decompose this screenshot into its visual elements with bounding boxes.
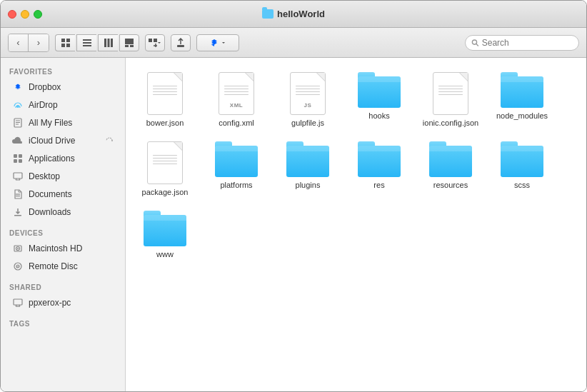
file-label: node_modules [496,111,548,120]
file-label: resources [433,181,468,189]
file-item-bower-json[interactable]: bower.json [133,69,197,131]
file-item-resources[interactable]: resources [418,138,483,200]
applications-label: Applications [29,154,75,164]
view-grid-button[interactable] [55,34,75,51]
all-my-files-icon [12,117,24,129]
file-item-res[interactable]: res [347,138,411,200]
svg-rect-28 [14,173,22,179]
file-label: scss [514,181,530,189]
toolbar: ‹ › [1,28,586,58]
file-label: platforms [220,181,252,189]
icloud-sync-icon [105,136,114,145]
remote-disc-icon [12,261,24,272]
svg-rect-24 [14,154,17,158]
file-item-config-xml[interactable]: XML config.xml [204,69,269,131]
sidebar-item-ppxerox-pc[interactable]: ppxerox-pc [4,294,122,311]
search-box[interactable] [465,35,579,51]
search-icon [471,39,479,47]
devices-section-title: Devices [1,225,125,239]
svg-rect-6 [83,45,91,46]
svg-rect-41 [14,299,22,305]
shared-pc-icon [12,297,24,308]
nav-buttons: ‹ › [8,34,49,52]
doc-icon: XML [219,72,254,115]
dropbox-icon [12,81,24,93]
svg-rect-5 [83,42,91,44]
file-grid: bower.json XML config.xml [133,69,579,262]
file-label: hooks [368,111,389,120]
sidebar-item-downloads[interactable]: Downloads [4,203,122,221]
file-item-gulpfile-js[interactable]: JS gulpfile.js [276,69,340,131]
airdrop-icon [12,99,24,111]
folder-icon [429,141,472,177]
ppxerox-pc-label: ppxerox-pc [29,298,71,308]
sidebar-item-all-my-files[interactable]: All My Files [4,114,122,131]
minimize-button[interactable] [21,10,29,19]
sidebar-item-documents[interactable]: Documents [4,186,122,203]
file-item-node-modules[interactable]: node_modules [490,69,554,131]
svg-point-37 [17,248,19,249]
file-item-platforms[interactable]: platforms [204,138,269,200]
svg-rect-26 [14,159,17,163]
file-item-package-json[interactable]: package.json [133,138,197,200]
forward-button[interactable]: › [29,34,49,51]
svg-rect-12 [130,45,134,47]
view-list-button[interactable] [76,34,96,51]
shared-section-title: Shared [1,279,125,293]
documents-icon [12,189,24,200]
sidebar-item-applications[interactable]: Applications [4,150,122,167]
svg-point-16 [472,39,476,44]
svg-point-23 [111,140,113,141]
svg-rect-7 [104,39,106,47]
titlebar: helloWorld [1,1,586,28]
arrange-button[interactable] [145,34,165,51]
doc-icon [433,72,468,115]
svg-rect-8 [107,39,109,47]
file-item-hooks[interactable]: hooks [347,69,411,131]
folder-icon [501,72,543,108]
sidebar-item-desktop[interactable]: Desktop [4,168,122,185]
sidebar-item-icloud-drive[interactable]: iCloud Drive [4,132,122,149]
view-cover-button[interactable] [119,34,139,51]
sidebar-item-airdrop[interactable]: AirDrop [4,96,122,114]
file-item-plugins[interactable]: plugins [276,138,340,200]
back-button[interactable]: ‹ [9,34,29,51]
icloud-drive-icon [12,135,24,146]
svg-rect-13 [149,39,152,42]
svg-rect-2 [61,44,65,47]
search-input[interactable] [482,38,573,48]
svg-rect-27 [19,159,22,163]
svg-rect-3 [66,44,70,47]
file-item-www[interactable]: www [133,207,197,262]
maximize-button[interactable] [34,10,42,19]
close-button[interactable] [8,10,16,19]
action-button[interactable] [171,34,191,51]
file-label: bower.json [146,119,184,127]
svg-rect-1 [66,39,70,42]
svg-rect-25 [19,154,22,158]
view-columns-button[interactable] [98,34,118,51]
window-title: helloWorld [262,9,325,19]
sidebar-item-remote-disc[interactable]: Remote Disc [4,258,122,275]
file-item-ionic-config-json[interactable]: ionic.config.json [418,69,483,131]
favorites-section-title: Favorites [1,64,125,78]
applications-icon [12,153,24,164]
view-buttons [55,34,139,51]
file-label: config.xml [219,119,254,127]
downloads-label: Downloads [29,207,71,217]
doc-badge: JS [304,102,312,109]
svg-rect-34 [14,215,21,216]
downloads-icon [12,206,24,218]
file-label: www [156,250,174,258]
dropbox-button[interactable] [196,34,239,51]
desktop-icon [12,171,24,182]
folder-icon [144,211,186,246]
file-label: package.json [142,188,189,196]
file-item-scss[interactable]: scss [490,138,554,200]
title-folder-icon [262,9,274,19]
sidebar-item-dropbox[interactable]: Dropbox [4,79,122,96]
doc-icon [147,141,183,184]
icloud-drive-label: iCloud Drive [29,136,75,146]
file-label: res [373,181,384,189]
sidebar-item-macintosh-hd[interactable]: Macintosh HD [4,240,122,257]
